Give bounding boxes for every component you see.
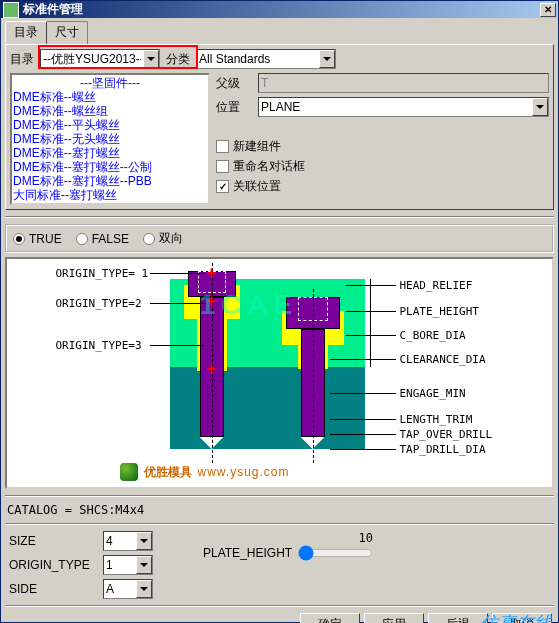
position-label: 位置 (216, 99, 252, 116)
list-item[interactable]: 大同标准--塞打螺丝--STO (13, 202, 207, 205)
plate-height-control: 10 PLATE_HEIGHT (203, 531, 373, 599)
parent-value: T (258, 73, 549, 93)
top-panel: 目录 分类 ---坚固件--- DME标准--螺丝 DME标准--螺丝组 DME… (5, 44, 554, 210)
leader-line (330, 449, 396, 450)
tap-over-drill-label: TAP_OVER_DRILL (400, 428, 493, 441)
size-input[interactable] (104, 534, 136, 548)
radio-false[interactable]: FALSE (76, 230, 129, 247)
leader-line (346, 311, 396, 312)
class-combo[interactable] (196, 49, 336, 69)
size-label: SIZE (9, 534, 99, 548)
apply-button[interactable]: 应用 (364, 613, 424, 623)
diagram-panel: + + + ORIGIN_TYPE= 1 ORIGIN_TYPE=2 ORIGI… (5, 257, 554, 489)
list-item[interactable]: DME标准--无头螺丝 (13, 132, 207, 146)
chevron-down-icon[interactable] (319, 50, 335, 68)
cb-rename-dialog[interactable]: 重命名对话框 (216, 158, 549, 175)
catalog-line: CATALOG = SHCS:M4x4 (7, 503, 552, 517)
radio-icon (76, 233, 88, 245)
size-combo[interactable] (103, 531, 153, 551)
brand-url: www.ysug.com (198, 465, 290, 479)
chevron-down-icon[interactable] (532, 98, 548, 116)
engage-min-label: ENGAGE_MIN (400, 387, 466, 400)
catalog-label: 目录 (10, 51, 34, 68)
list-item[interactable]: DME标准--平头螺丝 (13, 118, 207, 132)
window-title: 标准件管理 (23, 1, 540, 18)
side-combo[interactable] (103, 579, 153, 599)
side-input[interactable] (104, 582, 136, 596)
origin-type-combo[interactable] (103, 555, 153, 575)
parent-label: 父级 (216, 75, 252, 92)
brand-logo: 优胜模具 www.ysug.com (120, 463, 290, 481)
list-item[interactable]: DME标准--螺丝组 (13, 104, 207, 118)
position-input[interactable] (259, 100, 532, 114)
origin-1-label: ORIGIN_TYPE= 1 (56, 267, 149, 280)
origin-3-label: ORIGIN_TYPE=3 (56, 339, 142, 352)
diagram: + + + ORIGIN_TYPE= 1 ORIGIN_TYPE=2 ORIGI… (50, 263, 510, 483)
divider (5, 605, 554, 607)
c-bore-dia-label: C_BORE_DIA (400, 329, 466, 342)
titlebar: 标准件管理 ✕ (1, 1, 558, 18)
chevron-down-icon[interactable] (143, 50, 159, 68)
cb-new-component[interactable]: 新建组件 (216, 138, 549, 155)
radio-label: TRUE (29, 232, 62, 246)
divider (5, 495, 554, 497)
origin-type-input[interactable] (104, 558, 136, 572)
class-input[interactable] (197, 52, 319, 66)
leader-line (346, 285, 396, 286)
list-item[interactable]: DME标准--螺丝 (13, 90, 207, 104)
chevron-down-icon[interactable] (136, 532, 152, 550)
radio-true[interactable]: TRUE (13, 230, 62, 247)
chevron-down-icon[interactable] (136, 580, 152, 598)
catalog-input[interactable] (41, 52, 143, 66)
cb-label: 关联位置 (233, 178, 281, 195)
leaf-icon (120, 463, 138, 481)
leader-line (330, 434, 396, 435)
chevron-down-icon[interactable] (136, 556, 152, 574)
radio-bidir[interactable]: 双向 (143, 230, 183, 247)
leader-line (346, 335, 396, 336)
tab-size[interactable]: 尺寸 (46, 21, 88, 44)
list-item[interactable]: DME标准--塞打螺丝--PBB (13, 174, 207, 188)
plate-height-max: 10 (359, 531, 373, 545)
cb-assoc-position[interactable]: 关联位置 (216, 178, 549, 195)
cancel-button[interactable]: 取消 (492, 613, 552, 623)
checkbox-icon[interactable] (216, 160, 229, 173)
divider (5, 216, 554, 218)
checkbox-icon[interactable] (216, 180, 229, 193)
plate-height-label: PLATE_HEIGHT (400, 305, 479, 318)
origin-2-label: ORIGIN_TYPE=2 (56, 297, 142, 310)
catalog-combo[interactable] (40, 49, 160, 69)
plate-height-slider[interactable] (298, 545, 373, 561)
centerline (313, 289, 314, 463)
listbox-header: ---坚固件--- (13, 76, 207, 90)
checkbox-icon[interactable] (216, 140, 229, 153)
divider (5, 523, 554, 525)
params-left: SIZE ORIGIN_TYPE SIDE (9, 531, 163, 599)
leader-line (150, 345, 205, 346)
radio-icon (143, 233, 155, 245)
cb-label: 新建组件 (233, 138, 281, 155)
radio-icon (13, 233, 25, 245)
origin-type-label: ORIGIN_TYPE (9, 558, 99, 572)
leader-line (150, 303, 205, 304)
standards-listbox[interactable]: ---坚固件--- DME标准--螺丝 DME标准--螺丝组 DME标准--平头… (10, 73, 210, 205)
dim-bracket (370, 279, 371, 367)
list-item[interactable]: DME标准--塞打螺丝 (13, 146, 207, 160)
leader-line (330, 359, 396, 360)
side-label: SIDE (9, 582, 99, 596)
back-button[interactable]: 后退 (428, 613, 488, 623)
radio-group: TRUE FALSE 双向 (5, 224, 554, 253)
radio-label: 双向 (159, 230, 183, 247)
length-trim-label: LENGTH_TRIM (400, 413, 473, 426)
ok-button[interactable]: 确定 (300, 613, 360, 623)
tabstrip: 目录 尺寸 (1, 18, 558, 44)
clearance-dia-label: CLEARANCE_DIA (400, 353, 486, 366)
list-item[interactable]: DME标准--塞打螺丝--公制 (13, 160, 207, 174)
close-icon[interactable]: ✕ (540, 3, 556, 17)
list-item[interactable]: 大同标准--塞打螺丝 (13, 188, 207, 202)
position-combo[interactable] (258, 97, 549, 117)
leader-line (330, 419, 396, 420)
tab-catalog[interactable]: 目录 (5, 21, 47, 44)
leader-line (150, 273, 205, 274)
window-root: 标准件管理 ✕ 目录 尺寸 目录 分类 ---坚固件--- DM (0, 0, 559, 623)
